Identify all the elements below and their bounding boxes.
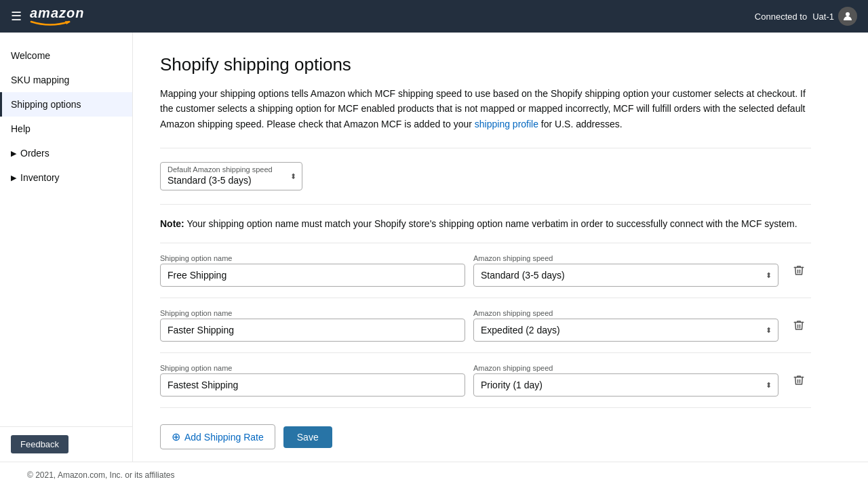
- svg-point-1: [846, 12, 850, 16]
- header: ☰ amazon Connected to Uat-1: [0, 0, 868, 33]
- option-name-label-3: Shipping option name: [160, 364, 465, 372]
- feedback-button[interactable]: Feedback: [11, 435, 68, 453]
- shipping-row: Shipping option name Amazon shipping spe…: [160, 298, 811, 353]
- amazon-logo: amazon: [30, 6, 84, 26]
- option-name-input-3[interactable]: [160, 373, 465, 396]
- orders-chevron-icon: ▶: [11, 149, 16, 158]
- delete-row-button-3[interactable]: [787, 370, 811, 390]
- sidebar-item-welcome[interactable]: Welcome: [0, 43, 132, 68]
- speed-select-wrapper-2: Standard (3-5 days) Expedited (2 days) P…: [473, 319, 778, 342]
- content-area: Shopify shipping options Mapping your sh…: [133, 33, 868, 462]
- menu-icon[interactable]: ☰: [11, 9, 22, 24]
- add-rate-label: Add Shipping Rate: [184, 432, 264, 443]
- header-user[interactable]: Uat-1: [812, 7, 857, 26]
- save-button[interactable]: Save: [283, 426, 332, 448]
- content-divider-2: [160, 204, 811, 205]
- trash-icon-1: [793, 264, 805, 277]
- speed-label-2: Amazon shipping speed: [473, 309, 778, 317]
- logo-smile-svg: [30, 20, 71, 26]
- speed-select-3[interactable]: Standard (3-5 days) Expedited (2 days) P…: [473, 373, 778, 396]
- sidebar-sku-mapping-label: SKU mapping: [11, 75, 69, 85]
- option-name-input-1[interactable]: [160, 264, 465, 287]
- shipping-row: Shipping option name Amazon shipping spe…: [160, 243, 811, 298]
- page-description: Mapping your shipping options tells Amaz…: [160, 86, 811, 131]
- note-text: Your shipping option name must match you…: [186, 218, 797, 229]
- sidebar-orders-label: Orders: [20, 148, 50, 159]
- delete-row-button-1[interactable]: [787, 260, 811, 281]
- speed-label-1: Amazon shipping speed: [473, 254, 778, 262]
- speed-select-wrapper-3: Standard (3-5 days) Expedited (2 days) P…: [473, 373, 778, 396]
- user-avatar-icon: [838, 7, 857, 26]
- trash-icon-2: [793, 319, 805, 331]
- sidebar-nav: Welcome SKU mapping Shipping options Hel…: [0, 33, 132, 201]
- note-section: Note: Your shipping option name must mat…: [160, 218, 811, 229]
- speed-select-2[interactable]: Standard (3-5 days) Expedited (2 days) P…: [473, 319, 778, 342]
- option-name-label-1: Shipping option name: [160, 254, 465, 262]
- option-name-group-1: Shipping option name: [160, 254, 465, 287]
- footer: © 2021, Amazon.com, Inc. or its affiliat…: [0, 462, 868, 488]
- option-name-group-3: Shipping option name: [160, 364, 465, 396]
- sidebar-welcome-label: Welcome: [11, 50, 50, 61]
- speed-label-3: Amazon shipping speed: [473, 364, 778, 372]
- add-shipping-rate-button[interactable]: ⊕ Add Shipping Rate: [160, 424, 275, 449]
- sidebar-item-shipping-options[interactable]: Shipping options: [0, 92, 132, 117]
- speed-select-1[interactable]: Standard (3-5 days) Expedited (2 days) P…: [473, 264, 778, 287]
- speed-group-2: Amazon shipping speed Standard (3-5 days…: [473, 309, 778, 342]
- description-text-2: for U.S. addresses.: [538, 119, 623, 129]
- content-divider-1: [160, 148, 811, 148]
- trash-icon-3: [793, 374, 805, 386]
- sidebar-item-sku-mapping[interactable]: SKU mapping: [0, 68, 132, 92]
- sidebar: Welcome SKU mapping Shipping options Hel…: [0, 33, 133, 462]
- delete-row-button-2[interactable]: [787, 315, 811, 336]
- shipping-profile-link[interactable]: shipping profile: [475, 119, 538, 129]
- footer-text: © 2021, Amazon.com, Inc. or its affiliat…: [27, 470, 174, 480]
- inventory-chevron-icon: ▶: [11, 174, 16, 182]
- header-left: ☰ amazon: [11, 6, 84, 26]
- header-right: Connected to Uat-1: [755, 7, 857, 26]
- note-label: Note:: [160, 218, 184, 229]
- speed-select-wrapper-1: Standard (3-5 days) Expedited (2 days) P…: [473, 264, 778, 287]
- sidebar-section-orders[interactable]: ▶ Orders: [0, 141, 132, 165]
- main-layout: Welcome SKU mapping Shipping options Hel…: [0, 33, 868, 462]
- connected-label: Connected to: [755, 12, 807, 22]
- speed-group-1: Amazon shipping speed Standard (3-5 days…: [473, 254, 778, 287]
- page-title: Shopify shipping options: [160, 54, 841, 75]
- user-label: Uat-1: [812, 12, 834, 22]
- default-speed-select-wrapper: Default Amazon shipping speed Standard (…: [160, 162, 302, 190]
- speed-group-3: Amazon shipping speed Standard (3-5 days…: [473, 364, 778, 396]
- sidebar-item-help[interactable]: Help: [0, 117, 132, 141]
- sidebar-section-inventory[interactable]: ▶ Inventory: [0, 165, 132, 190]
- sidebar-shipping-options-label: Shipping options: [11, 99, 81, 110]
- option-name-group-2: Shipping option name: [160, 309, 465, 342]
- actions-section: ⊕ Add Shipping Rate Save: [160, 424, 841, 449]
- plus-circle-icon: ⊕: [172, 430, 180, 443]
- sidebar-help-label: Help: [11, 123, 31, 134]
- shipping-row: Shipping option name Amazon shipping spe…: [160, 353, 811, 408]
- default-speed-section: Default Amazon shipping speed Standard (…: [160, 162, 841, 190]
- sidebar-bottom: Feedback: [0, 426, 132, 462]
- sidebar-inventory-label: Inventory: [20, 172, 60, 183]
- logo-text: amazon: [30, 6, 84, 20]
- shipping-rows: Shipping option name Amazon shipping spe…: [160, 243, 811, 408]
- option-name-label-2: Shipping option name: [160, 309, 465, 317]
- option-name-input-2[interactable]: [160, 319, 465, 342]
